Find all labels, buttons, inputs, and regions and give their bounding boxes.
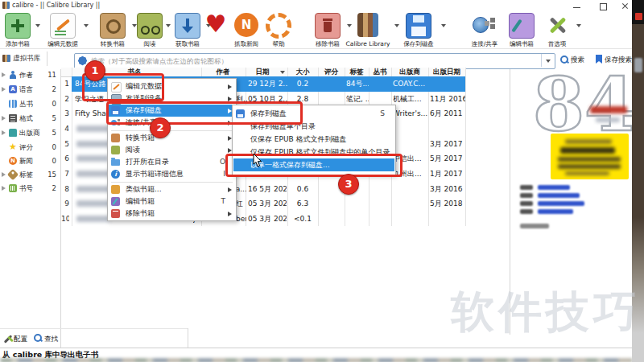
cell-date[interactable]: 29 12月 2... bbox=[248, 76, 288, 91]
cell-date[interactable]: 05 3月 2020 bbox=[248, 212, 287, 226]
toolbar-convert-books[interactable]: 转换书籍 bbox=[95, 11, 130, 48]
toolbar-add-books[interactable]: 添加书籍 bbox=[2, 11, 34, 48]
cell-size[interactable]: <0.1 bbox=[287, 212, 318, 226]
cell-size[interactable]: 0.2 bbox=[287, 76, 318, 91]
menu-item-show-book-details[interactable]: i 显示书籍详细信息I bbox=[109, 168, 235, 180]
caret-icon[interactable] bbox=[2, 172, 6, 177]
minimize-button[interactable] bbox=[568, 2, 586, 10]
cell-publisher[interactable]: 机械工... bbox=[393, 92, 428, 106]
column-header-pubdate[interactable]: 出版日期 bbox=[428, 68, 465, 76]
menu-separator bbox=[111, 130, 233, 131]
divider bbox=[47, 51, 47, 66]
submenu-item-save-epub-only[interactable]: 仅保存 EPUB 格式文件到磁盘 bbox=[233, 133, 394, 146]
menu-item-open-containing-folder[interactable]: 打开所在目录O bbox=[109, 156, 235, 168]
maximize-button[interactable] bbox=[594, 2, 612, 10]
cell-publisher[interactable]: Writer's... bbox=[393, 106, 428, 121]
redacted-bottom-strip bbox=[0, 359, 633, 362]
save-to-disk-dropdown-arrow[interactable] bbox=[441, 24, 446, 27]
redacted-detail-value bbox=[538, 201, 584, 206]
cell-author[interactable]: 红 bbox=[236, 196, 246, 211]
toolbar-edit-metadata[interactable]: 编辑元数据 bbox=[44, 11, 81, 48]
redacted-detail-label bbox=[520, 185, 533, 190]
caret-icon[interactable] bbox=[2, 87, 6, 92]
calibre-window: { "window": { "title": "calibre - || Cal… bbox=[0, 0, 644, 362]
cell-pubdate[interactable]: 1月 2017 bbox=[430, 167, 465, 181]
edit-metadata-dropdown-arrow[interactable] bbox=[84, 24, 89, 27]
sidebar-item-formats[interactable]: 格式5 bbox=[0, 112, 60, 125]
toolbar-calibre-library[interactable]: Calibre Library bbox=[343, 11, 393, 48]
configure-button[interactable]: 配置 bbox=[14, 335, 27, 344]
toolbar-connect-share[interactable]: 连接/共享 bbox=[465, 11, 504, 48]
column-header-tags[interactable]: 标签 bbox=[345, 68, 369, 76]
column-header-publisher[interactable]: 出版商 bbox=[391, 68, 428, 76]
calibre-app-icon bbox=[2, 2, 10, 9]
save-to-disk-icon bbox=[406, 13, 431, 39]
caret-icon[interactable] bbox=[2, 186, 6, 191]
cell-pubdate[interactable]: 3月 2017 bbox=[430, 137, 465, 151]
toolbar-read[interactable]: 阅读 bbox=[135, 11, 164, 48]
search-placeholder: 搜索（对于高级搜索请点击左边的齿轮图标） bbox=[91, 57, 228, 67]
annotation-circle-step2: 2 bbox=[150, 117, 171, 138]
toolbar-remove-books[interactable]: 移除书籍 bbox=[311, 11, 345, 48]
cell-pubdate[interactable]: 5月 2017 bbox=[430, 151, 465, 166]
caret-icon[interactable] bbox=[2, 72, 6, 77]
cell-publisher[interactable]: COAY.C... bbox=[393, 76, 428, 91]
menu-item-read[interactable]: 阅读 bbox=[109, 144, 235, 156]
cell-pubdate[interactable]: 6月 2011 bbox=[430, 106, 465, 121]
caret-icon[interactable] bbox=[2, 130, 6, 135]
redacted-detail-label bbox=[520, 209, 533, 214]
cell-size[interactable]: 6.3 bbox=[287, 196, 318, 211]
toolbar-donate[interactable]: ♥ bbox=[201, 11, 230, 48]
toolbar-get-books[interactable]: 获取书籍 bbox=[171, 11, 204, 48]
menu-item-similar-books[interactable]: 类似书籍... bbox=[109, 183, 235, 195]
sidebar-item-authors[interactable]: 作者11 bbox=[0, 68, 60, 82]
find-icon bbox=[34, 334, 42, 342]
sidebar-item-identifiers[interactable]: 书号2 bbox=[0, 182, 60, 195]
convert-books-icon bbox=[111, 134, 120, 142]
sidebar-item-tags[interactable]: 标签15 bbox=[0, 168, 60, 182]
cell-tags[interactable]: 84号... bbox=[346, 76, 369, 91]
sidebar-item-publishers[interactable]: 出版商5 bbox=[0, 126, 60, 140]
column-header-series[interactable]: 丛书 bbox=[369, 68, 391, 76]
redacted-detail-value bbox=[538, 193, 580, 198]
edit-metadata-icon bbox=[50, 13, 76, 39]
column-header-rating[interactable]: 评分 bbox=[318, 68, 345, 76]
toolbar-preferences[interactable]: 首选项 bbox=[541, 11, 573, 48]
cell-pubdate[interactable]: 11月 2016 bbox=[430, 92, 465, 106]
menu-item-convert-books[interactable]: 转换书籍 bbox=[109, 132, 235, 144]
submenu-arrow-icon bbox=[228, 212, 232, 216]
menu-item-remove-books[interactable]: 移除书籍 bbox=[109, 208, 235, 220]
virtual-library-button[interactable]: 虚拟书库 bbox=[13, 54, 40, 64]
find-button[interactable]: 查找 bbox=[44, 335, 58, 344]
gridline bbox=[465, 68, 466, 226]
toolbar-save-to-disk[interactable]: 保存到磁盘 bbox=[399, 11, 438, 48]
configure-wrench-icon bbox=[3, 334, 13, 343]
search-input[interactable]: 搜索（对于高级搜索请点击左边的齿轮图标） bbox=[74, 53, 555, 69]
menu-item-edit-book[interactable]: 编辑书籍T bbox=[109, 195, 235, 208]
toolbar-edit-books[interactable]: 编辑书籍 bbox=[504, 11, 539, 48]
cell-pubdate[interactable]: 3月 2016 bbox=[430, 182, 465, 196]
cell-date[interactable]: 16 5月 2020 bbox=[248, 182, 287, 196]
title-bar: calibre - || Calibre Library || bbox=[0, 0, 632, 10]
tag-browser-toolbar: 配置 查找 bbox=[0, 328, 188, 348]
cell-pubdate[interactable]: 5月 2018 bbox=[430, 196, 465, 211]
toolbar-help[interactable]: 帮助 bbox=[264, 11, 293, 48]
heart-icon: ♥ bbox=[204, 13, 228, 37]
caret-icon[interactable] bbox=[2, 116, 6, 121]
column-header-size[interactable]: 大小 (MB) bbox=[287, 68, 318, 76]
read-icon bbox=[111, 146, 120, 154]
column-header-date[interactable]: 日期 bbox=[246, 68, 279, 76]
sort-desc-icon bbox=[280, 71, 285, 74]
advanced-search-gear-icon[interactable] bbox=[79, 57, 86, 64]
sidebar-item-ratings[interactable]: ★ 评分0 bbox=[0, 141, 60, 154]
column-header-author[interactable]: 作者 bbox=[203, 68, 243, 76]
cell-date[interactable]: 05 3月 2020 bbox=[248, 196, 287, 211]
toolbar-fetch-news[interactable]: N 抓取新闻 bbox=[230, 11, 262, 48]
sidebar-item-series[interactable]: 丛书0 bbox=[0, 97, 60, 111]
sidebar-item-news[interactable]: N 新闻0 bbox=[0, 154, 60, 168]
add-books-dropdown-arrow[interactable] bbox=[35, 24, 40, 27]
remove-books-icon bbox=[111, 209, 120, 218]
preferences-dropdown-arrow[interactable] bbox=[576, 24, 581, 27]
cell-size[interactable]: 0.6 bbox=[287, 182, 318, 196]
sidebar-item-languages[interactable]: A 语言2 bbox=[0, 83, 60, 97]
